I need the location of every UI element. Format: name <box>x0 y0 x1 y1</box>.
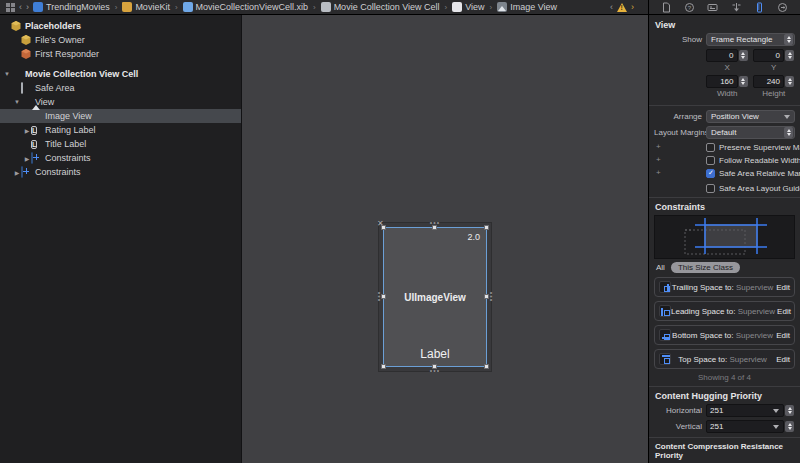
follow-readable-width-checkbox[interactable] <box>706 156 715 165</box>
preserve-superview-margins-checkbox[interactable] <box>706 143 715 152</box>
add-constraint-plus[interactable]: + <box>656 155 661 164</box>
breadcrumb-item-xib[interactable]: MovieCollectionViewCell.xib <box>183 2 308 12</box>
next-issue-button[interactable]: › <box>631 2 634 12</box>
title-label-text[interactable]: Label <box>384 347 486 361</box>
connections-inspector-tab[interactable] <box>777 2 788 13</box>
checkbox-label: Safe Area Relative Margins <box>719 169 800 178</box>
outline-item-placeholders[interactable]: Placeholders <box>0 19 241 33</box>
resize-handle-top-center[interactable] <box>432 225 437 230</box>
breadcrumb-item-moviekit[interactable]: MovieKit <box>122 2 170 12</box>
hugging-horizontal-field[interactable]: 251 <box>706 404 784 417</box>
filter-all-button[interactable]: All <box>656 263 665 272</box>
height-field[interactable]: 240 <box>753 75 785 88</box>
edit-button[interactable]: Edit <box>777 307 791 316</box>
size-inspector-tab[interactable] <box>754 2 765 13</box>
constraint-target: Superview <box>738 307 775 316</box>
chevron-down-icon <box>773 425 779 429</box>
outline-label: File's Owner <box>35 35 85 45</box>
x-stepper[interactable] <box>739 50 748 61</box>
related-items-icon[interactable] <box>6 3 15 12</box>
add-constraint-plus[interactable]: + <box>656 142 661 151</box>
breadcrumb-item-cell[interactable]: Movie Collection View Cell <box>321 2 440 12</box>
interface-builder-canvas[interactable]: ✕ ••• ••• ••• ••• 2.0 UIImageView Label <box>242 15 648 463</box>
outline-item-view-constraints[interactable]: ▶ Constraints <box>0 151 241 165</box>
safe-area-layout-guide-checkbox[interactable] <box>706 184 715 193</box>
resize-handle-top-left[interactable] <box>381 225 386 230</box>
disclosure-triangle-open[interactable]: ▼ <box>3 71 11 77</box>
breadcrumb-label: Movie Collection View Cell <box>334 2 440 12</box>
stepper-icon[interactable] <box>784 127 793 138</box>
breadcrumb-item-project[interactable]: TrendingMovies <box>33 2 110 12</box>
view-icon <box>452 2 462 12</box>
constraint-row-bottom[interactable]: Bottom Space to: Superview Edit <box>654 325 795 345</box>
forward-button[interactable]: › <box>26 2 29 12</box>
outline-item-first-responder[interactable]: First Responder <box>0 47 241 61</box>
filter-this-size-class-button[interactable]: This Size Class <box>671 262 740 273</box>
stepper-icon[interactable] <box>785 405 794 416</box>
resize-handle-mid-right[interactable] <box>484 294 489 299</box>
breadcrumb-separator: › <box>175 3 178 12</box>
file-inspector-tab[interactable] <box>661 2 672 13</box>
constraint-label: Top Space to: <box>678 355 727 364</box>
outline-item-image-view[interactable]: Image View <box>0 109 241 123</box>
arrange-label: Arrange <box>654 112 702 121</box>
add-constraint-plus[interactable]: + <box>656 168 661 177</box>
attributes-inspector-tab[interactable] <box>731 2 742 13</box>
divider <box>649 197 800 198</box>
height-stepper[interactable] <box>785 76 794 87</box>
y-stepper[interactable] <box>785 50 794 61</box>
stepper-icon[interactable] <box>784 34 793 45</box>
constraint-row-leading[interactable]: Leading Space to: Superview Edit <box>654 301 795 321</box>
x-field[interactable]: 0 <box>706 49 738 62</box>
hugging-vertical-field[interactable]: 251 <box>706 420 784 433</box>
resize-handle-mid-left[interactable] <box>381 294 386 299</box>
constraints-diagram[interactable] <box>654 215 795 259</box>
issue-navigation: ‹ › <box>604 2 648 12</box>
disclosure-triangle-closed[interactable]: ▶ <box>13 169 21 176</box>
identity-inspector-tab[interactable] <box>707 2 718 13</box>
uiimageview-selected[interactable]: 2.0 UIImageView Label <box>383 227 487 367</box>
resize-handle-bottom-center[interactable] <box>432 364 437 369</box>
outline-item-cell-constraints[interactable]: ▶ Constraints <box>0 165 241 179</box>
quick-help-tab[interactable]: ? <box>684 2 695 13</box>
back-button[interactable]: ‹ <box>19 2 22 12</box>
breadcrumb-item-view[interactable]: View <box>452 2 484 12</box>
outline-item-rating-label[interactable]: ▶ L Rating Label <box>0 123 241 137</box>
outline-item-collection-cell[interactable]: ▼ Movie Collection View Cell <box>0 67 241 81</box>
compression-resistance-title: Content Compression Resistance Priority <box>655 442 795 460</box>
show-select[interactable]: Frame Rectangle <box>706 33 795 46</box>
resize-handle-bottom-left[interactable] <box>381 364 386 369</box>
outline-item-files-owner[interactable]: File's Owner <box>0 33 241 47</box>
x-caption: X <box>706 63 749 72</box>
outline-item-title-label[interactable]: L Title Label <box>0 137 241 151</box>
y-field[interactable]: 0 <box>753 49 785 62</box>
stepper-icon[interactable] <box>785 421 794 432</box>
edit-button[interactable]: Edit <box>776 331 790 340</box>
resize-handle-bottom-right[interactable] <box>484 364 489 369</box>
breadcrumb-item-image-view[interactable]: Image View <box>497 2 557 12</box>
constraint-row-trailing[interactable]: Trailing Space to: Superview Edit <box>654 277 795 297</box>
disclosure-triangle-closed[interactable]: ▶ <box>23 155 31 162</box>
previous-issue-button[interactable]: ‹ <box>610 2 613 12</box>
edit-button[interactable]: Edit <box>776 283 790 292</box>
safe-area-relative-margins-checkbox[interactable] <box>706 169 715 178</box>
disclosure-triangle-closed[interactable]: ▶ <box>23 127 31 134</box>
warning-triangle-icon[interactable] <box>617 3 627 12</box>
chevron-down-icon <box>784 115 790 119</box>
constraint-row-top[interactable]: Top Space to: Superview Edit <box>654 349 795 369</box>
resize-handle-top-right[interactable] <box>484 225 489 230</box>
arrange-select[interactable]: Position View <box>706 110 795 123</box>
edit-button[interactable]: Edit <box>776 355 790 364</box>
rating-label-text[interactable]: 2.0 <box>467 232 480 242</box>
width-stepper[interactable] <box>739 76 748 87</box>
layout-margins-select[interactable]: Default <box>706 126 795 139</box>
width-field[interactable]: 160 <box>706 75 738 88</box>
constraints-section-title: Constraints <box>655 202 795 212</box>
collection-view-cell[interactable]: ✕ ••• ••• ••• ••• 2.0 UIImageView Label <box>378 222 492 372</box>
svg-text:?: ? <box>688 4 692 10</box>
collection-cell-icon <box>11 69 21 79</box>
disclosure-triangle-open[interactable]: ▼ <box>13 99 21 105</box>
outline-item-safe-area[interactable]: Safe Area <box>0 81 241 95</box>
view-square-icon <box>21 97 31 107</box>
leading-constraint-icon <box>659 305 671 317</box>
